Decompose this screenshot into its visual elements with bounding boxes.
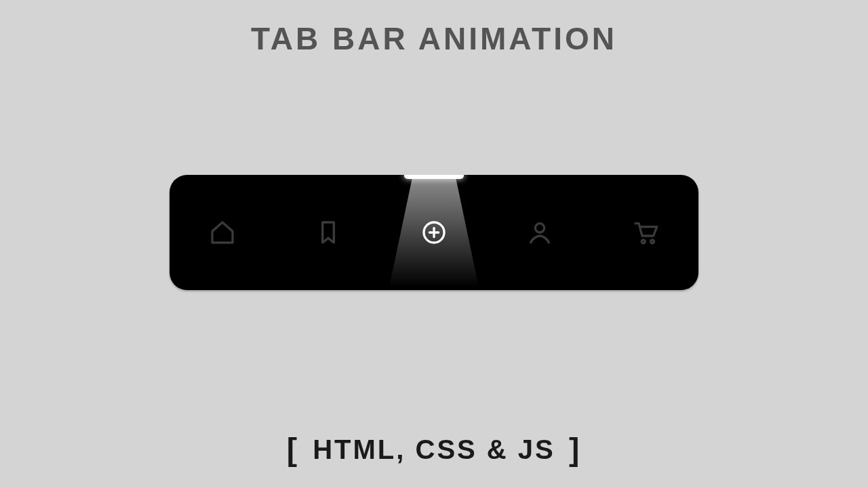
tab-home[interactable] [170, 175, 275, 290]
cart-icon [632, 219, 659, 246]
tab-bar [170, 175, 698, 290]
home-icon [209, 219, 236, 246]
active-indicator [404, 175, 464, 179]
bracket-close: ] [565, 432, 585, 467]
user-icon [526, 219, 553, 246]
subtitle-text: HTML, CSS & JS [313, 434, 555, 464]
tab-cart[interactable] [593, 175, 698, 290]
svg-point-4 [642, 240, 645, 243]
tab-bookmark[interactable] [275, 175, 381, 290]
svg-point-5 [651, 240, 654, 243]
add-icon [420, 219, 448, 246]
svg-point-3 [535, 224, 544, 232]
bookmark-icon [315, 219, 342, 246]
page-title: TAB BAR ANIMATION [0, 20, 868, 57]
bracket-open: [ [283, 432, 303, 467]
tab-add[interactable] [381, 175, 487, 290]
page-subtitle: [ HTML, CSS & JS ] [0, 431, 868, 468]
tab-profile[interactable] [487, 175, 593, 290]
